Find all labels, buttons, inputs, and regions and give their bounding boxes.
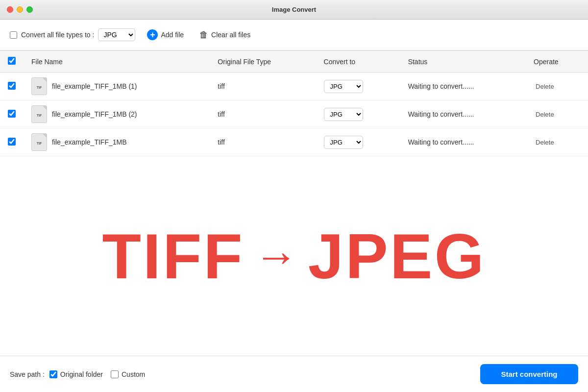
row-checkbox-cell-2[interactable] <box>0 128 24 156</box>
file-name-text: file_example_TIFF_1MB (1) <box>52 82 137 90</box>
file-icon: TIF <box>31 77 47 95</box>
header-operate: Operate <box>526 51 588 73</box>
convert-to-cell-2[interactable]: JPGPNGBMPGIFTIFFWEBP <box>316 128 400 156</box>
row-checkbox-2[interactable] <box>8 138 16 146</box>
row-checkbox-0[interactable] <box>8 82 16 90</box>
operate-cell-0[interactable]: Delete <box>526 73 588 100</box>
main-content: Convert all file types to : JPG PNG BMP … <box>0 20 588 392</box>
header-convert-to: Convert to <box>316 51 400 73</box>
convert-all-label[interactable]: Convert all file types to : JPG PNG BMP … <box>10 28 135 41</box>
row-checkbox-1[interactable] <box>8 110 16 118</box>
custom-folder-option[interactable]: Custom <box>111 370 145 378</box>
convert-select-2[interactable]: JPGPNGBMPGIFTIFFWEBP <box>324 136 363 149</box>
file-name-cell-1: TIFfile_example_TIFF_1MB (2) <box>24 100 210 128</box>
file-name-text: file_example_TIFF_1MB (2) <box>52 110 137 118</box>
global-format-select[interactable]: JPG PNG BMP GIF TIFF WEBP <box>98 28 135 41</box>
header-file-name: File Name <box>24 51 210 73</box>
maximize-button[interactable] <box>26 6 33 13</box>
save-path: Save path : Original folder Custom <box>10 370 145 378</box>
original-folder-checkbox[interactable] <box>49 370 57 378</box>
to-format-text: JPEG <box>308 224 486 288</box>
conversion-text: TIFF → JPEG <box>102 224 486 288</box>
table-row: TIFfile_example_TIFF_1MB (2)tiffJPGPNGBM… <box>0 100 588 128</box>
delete-button-1[interactable]: Delete <box>534 110 556 119</box>
delete-button-0[interactable]: Delete <box>534 82 556 91</box>
file-icon: TIF <box>31 105 47 123</box>
arrow-icon: → <box>254 234 298 278</box>
add-file-label: Add file <box>161 31 184 39</box>
file-name-cell-2: TIFfile_example_TIFF_1MB <box>24 128 210 156</box>
custom-folder-checkbox[interactable] <box>111 370 119 378</box>
select-all-checkbox[interactable] <box>8 57 16 65</box>
status-cell-2: Waiting to convert...... <box>400 128 526 156</box>
from-format-text: TIFF <box>102 224 244 288</box>
file-table: File Name Original File Type Convert to … <box>0 50 588 156</box>
status-cell-1: Waiting to convert...... <box>400 100 526 128</box>
row-checkbox-cell-1[interactable] <box>0 100 24 128</box>
clear-files-button[interactable]: 🗑 Clear all files <box>196 28 254 42</box>
original-type-0: tiff <box>210 73 316 100</box>
file-icon: TIF <box>31 133 47 151</box>
close-button[interactable] <box>7 6 13 13</box>
original-folder-option[interactable]: Original folder <box>49 370 103 378</box>
minimize-button[interactable] <box>17 6 23 13</box>
title-bar: Image Convert <box>0 0 588 20</box>
row-checkbox-cell-0[interactable] <box>0 73 24 100</box>
toolbar: Convert all file types to : JPG PNG BMP … <box>0 20 588 50</box>
file-name-text: file_example_TIFF_1MB <box>52 138 127 146</box>
window-controls[interactable] <box>7 6 33 13</box>
delete-button-2[interactable]: Delete <box>534 138 556 147</box>
conversion-display: TIFF → JPEG <box>0 156 588 356</box>
clear-files-label: Clear all files <box>211 31 250 39</box>
table-row: TIFfile_example_TIFF_1MB (1)tiffJPGPNGBM… <box>0 73 588 100</box>
table-row: TIFfile_example_TIFF_1MBtiffJPGPNGBMPGIF… <box>0 128 588 156</box>
original-type-2: tiff <box>210 128 316 156</box>
bottom-bar: Save path : Original folder Custom Start… <box>0 356 588 392</box>
custom-folder-label: Custom <box>122 370 145 378</box>
file-name-cell-0: TIFfile_example_TIFF_1MB (1) <box>24 73 210 100</box>
convert-select-0[interactable]: JPGPNGBMPGIFTIFFWEBP <box>324 80 363 93</box>
convert-select-1[interactable]: JPGPNGBMPGIFTIFFWEBP <box>324 108 363 121</box>
start-converting-button[interactable]: Start converting <box>480 364 578 384</box>
plus-icon: + <box>147 29 158 40</box>
original-folder-label: Original folder <box>60 370 103 378</box>
trash-icon: 🗑 <box>199 30 208 40</box>
convert-all-text: Convert all file types to : <box>21 31 94 39</box>
header-status: Status <box>400 51 526 73</box>
original-type-1: tiff <box>210 100 316 128</box>
operate-cell-2[interactable]: Delete <box>526 128 588 156</box>
header-original-type: Original File Type <box>210 51 316 73</box>
status-cell-0: Waiting to convert...... <box>400 73 526 100</box>
add-file-button[interactable]: + Add file <box>143 27 188 42</box>
convert-to-cell-1[interactable]: JPGPNGBMPGIFTIFFWEBP <box>316 100 400 128</box>
convert-all-checkbox[interactable] <box>10 31 17 39</box>
save-path-label: Save path : <box>10 370 45 378</box>
save-path-options: Original folder Custom <box>49 370 145 378</box>
header-checkbox-cell[interactable] <box>0 51 24 73</box>
table-header-row: File Name Original File Type Convert to … <box>0 51 588 73</box>
operate-cell-1[interactable]: Delete <box>526 100 588 128</box>
convert-to-cell-0[interactable]: JPGPNGBMPGIFTIFFWEBP <box>316 73 400 100</box>
window-title: Image Convert <box>272 6 316 13</box>
